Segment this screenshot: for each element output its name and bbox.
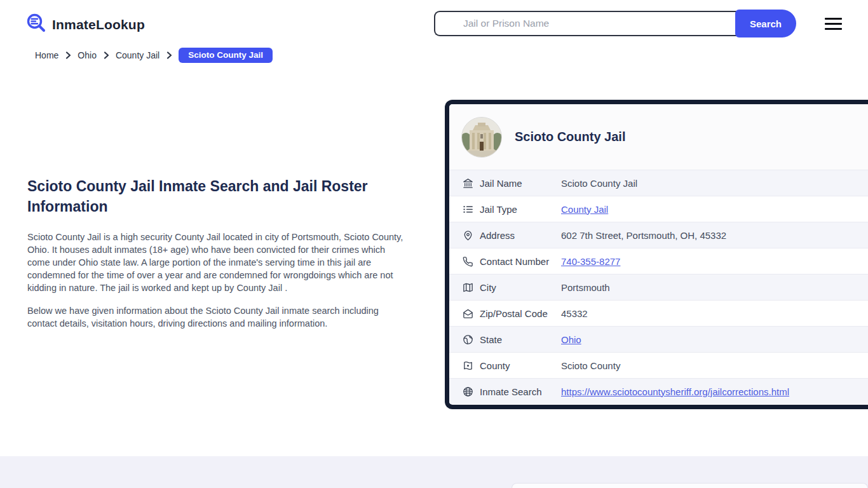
article-paragraph-1: Scioto County Jail is a high security Co… xyxy=(27,231,407,294)
table-row: Address 602 7th Street, Portsmouth, OH, … xyxy=(449,222,868,248)
search-bar: Search xyxy=(434,10,796,37)
chevron-right-icon xyxy=(165,51,173,59)
row-label: Inmate Search xyxy=(480,386,561,397)
jail-card-title: Scioto County Jail xyxy=(515,130,625,144)
phone-icon xyxy=(462,255,474,268)
map-pin-icon xyxy=(462,229,474,241)
jail-card-header: Scioto County Jail xyxy=(449,104,868,170)
breadcrumb-link[interactable]: Home xyxy=(35,50,58,60)
magnifier-list-icon xyxy=(25,13,47,37)
jail-info-card: Scioto County Jail Jail Name Scioto Coun… xyxy=(445,100,868,409)
table-row: Jail Type County Jail xyxy=(449,196,868,222)
row-label: Jail Name xyxy=(480,178,561,189)
globe-grid-icon xyxy=(462,386,474,398)
county-map-icon xyxy=(462,360,474,372)
jail-info-table: Jail Name Scioto County Jail Jail Type C… xyxy=(449,170,868,404)
page-title: Scioto County Jail Inmate Search and Jai… xyxy=(27,176,407,217)
table-row: Zip/Postal Code 45332 xyxy=(449,300,868,326)
bank-icon xyxy=(462,177,474,189)
search-button[interactable]: Search xyxy=(735,10,796,37)
breadcrumb-link[interactable]: Ohio xyxy=(78,50,97,60)
row-value: Portsmouth xyxy=(561,282,610,293)
table-row: Jail Name Scioto County Jail xyxy=(449,170,868,196)
row-label: Zip/Postal Code xyxy=(480,308,561,319)
breadcrumb-current-badge[interactable]: Scioto County Jail xyxy=(179,48,273,63)
page: InmateLookup Search Home Ohio County Jai… xyxy=(0,0,868,488)
row-value: 45332 xyxy=(561,308,588,319)
chevron-right-icon xyxy=(102,51,110,59)
search-input[interactable] xyxy=(434,11,736,36)
row-value-link[interactable]: Ohio xyxy=(561,334,581,345)
row-value: Scioto County Jail xyxy=(561,178,637,189)
row-value: 602 7th Street, Portsmouth, OH, 45332 xyxy=(561,230,726,241)
footer-card-edge xyxy=(512,483,868,488)
brand-name: InmateLookup xyxy=(52,17,145,32)
table-row: Inmate Search https://www.sciotocountysh… xyxy=(449,378,868,404)
list-icon xyxy=(462,203,474,215)
brand-logo[interactable]: InmateLookup xyxy=(25,13,145,37)
row-label: State xyxy=(480,334,561,345)
row-label: Address xyxy=(480,230,561,241)
row-value-link[interactable]: https://www.sciotocountysheriff.org/jail… xyxy=(561,386,789,397)
menu-hamburger-icon[interactable] xyxy=(825,18,842,30)
article-paragraph-2: Below we have given information about th… xyxy=(27,304,407,330)
row-value-link[interactable]: County Jail xyxy=(561,204,608,215)
map-icon xyxy=(462,281,474,294)
table-row: Contact Number 740-355-8277 xyxy=(449,248,868,274)
breadcrumb-item: County Jail xyxy=(116,50,173,60)
breadcrumb-item: Home xyxy=(35,50,72,60)
table-row: County Scioto County xyxy=(449,352,868,378)
chevron-right-icon xyxy=(64,51,72,59)
table-row: State Ohio xyxy=(449,326,868,352)
row-value: Scioto County xyxy=(561,360,620,371)
row-label: City xyxy=(480,282,561,293)
row-label: County xyxy=(480,360,561,371)
jail-photo xyxy=(461,117,502,158)
table-row: City Portsmouth xyxy=(449,274,868,300)
row-value-link[interactable]: 740-355-8277 xyxy=(561,256,620,267)
breadcrumb: Home Ohio County Jail Scioto County Jail xyxy=(35,48,273,63)
row-label: Jail Type xyxy=(480,204,561,215)
footer-band xyxy=(0,456,868,488)
row-label: Contact Number xyxy=(480,256,561,267)
envelope-open-icon xyxy=(462,308,474,320)
breadcrumb-link[interactable]: County Jail xyxy=(116,50,159,60)
article: Scioto County Jail Inmate Search and Jai… xyxy=(27,176,407,340)
globe-icon xyxy=(462,334,474,346)
breadcrumb-item: Ohio xyxy=(78,50,110,60)
